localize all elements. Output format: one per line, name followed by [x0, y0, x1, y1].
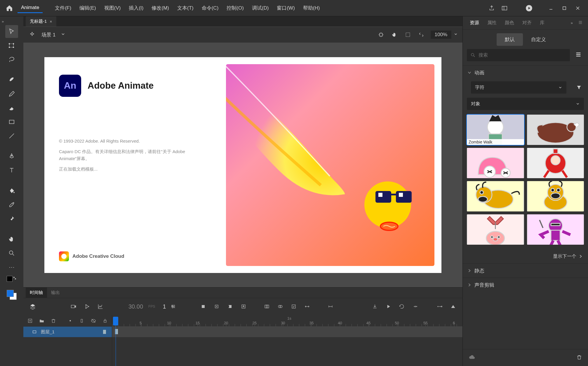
onion-skin-button[interactable] [263, 302, 271, 311]
panel-tab-3[interactable]: 对齐 [518, 17, 536, 29]
keyframe-insert-button[interactable] [199, 302, 207, 311]
panel-tab-4[interactable]: 库 [536, 17, 549, 29]
character-dropdown[interactable]: 字符 [471, 81, 566, 94]
list-view-icon[interactable] [573, 49, 584, 60]
asset-thumb[interactable]: Zombie Walk [467, 115, 524, 145]
menu-5[interactable]: 文本(T) [173, 5, 198, 11]
menu-2[interactable]: 视图(V) [100, 5, 125, 11]
asset-thumb[interactable] [467, 214, 524, 245]
hand-tool[interactable] [5, 233, 18, 246]
zoom-value[interactable]: 100% [431, 31, 451, 39]
frames-row[interactable] [112, 327, 462, 337]
layer-stack-icon[interactable] [29, 302, 37, 311]
frame-number[interactable]: 1 [163, 303, 166, 310]
swap-button[interactable] [303, 302, 311, 311]
chevron-down-icon[interactable] [454, 32, 458, 37]
loop-button[interactable] [398, 302, 406, 311]
delete-layer-button[interactable] [50, 317, 57, 325]
lock-icon[interactable] [102, 317, 108, 325]
document-tab[interactable]: 无标题-1 × [26, 16, 56, 27]
line-tool[interactable] [5, 129, 18, 142]
lasso-tool[interactable] [5, 53, 18, 66]
section-sound[interactable]: 声音剪辑 [463, 278, 588, 292]
section-static[interactable]: 静态 [463, 264, 588, 278]
cloud-download-icon[interactable] [469, 354, 475, 362]
highlight-icon[interactable]: • [67, 317, 74, 325]
stroke-color[interactable] [7, 276, 13, 282]
panel-menu-icon[interactable] [576, 20, 585, 26]
fps-value[interactable]: 30.00 [128, 303, 143, 310]
frame-insert-button[interactable] [226, 302, 234, 311]
search-box[interactable] [467, 49, 570, 61]
panel-tab-1[interactable]: 属性 [483, 17, 501, 29]
menu-6[interactable]: 命令(C) [198, 5, 223, 11]
workspace-icon[interactable] [498, 2, 511, 15]
visibility-icon[interactable] [90, 317, 97, 325]
graph-button[interactable] [96, 302, 105, 311]
asset-thumb[interactable] [527, 115, 584, 145]
asset-thumb[interactable] [527, 148, 584, 178]
eyedropper-tool[interactable] [5, 198, 18, 211]
parent-view-button[interactable] [83, 302, 91, 311]
sub-tab-custom[interactable]: 自定义 [523, 33, 554, 46]
clip-center-icon[interactable] [377, 31, 385, 39]
share-icon[interactable] [485, 2, 498, 15]
selection-tool[interactable] [5, 25, 18, 38]
zoom-tool[interactable] [5, 247, 18, 260]
hand-icon[interactable] [390, 31, 399, 39]
playhead[interactable] [113, 315, 118, 366]
eraser-tool[interactable] [5, 101, 18, 114]
rectangle-tool[interactable] [5, 115, 18, 128]
menu-10[interactable]: 帮助(H) [299, 5, 324, 11]
object-dropdown[interactable]: 对象 [467, 98, 584, 110]
asset-thumb[interactable] [467, 181, 524, 211]
camera-button[interactable] [69, 302, 78, 311]
color-swatch-main[interactable] [7, 276, 17, 286]
zoom-timeline[interactable] [449, 302, 457, 311]
pen-tool[interactable] [5, 150, 18, 163]
more-tools[interactable]: ⋯ [5, 261, 18, 274]
pencil-tool[interactable] [5, 87, 18, 100]
menu-7[interactable]: 控制(O) [222, 5, 248, 11]
trash-icon[interactable] [576, 354, 582, 361]
maximize-button[interactable] [558, 3, 571, 13]
minimize-button[interactable] [544, 3, 558, 13]
show-next-button[interactable]: 显示下一个 [463, 249, 588, 263]
foreground-color[interactable] [7, 290, 14, 297]
auto-keyframe-button[interactable] [239, 302, 248, 311]
scene-clip-icon[interactable] [28, 31, 36, 39]
menu-8[interactable]: 调试(D) [248, 5, 273, 11]
play-button[interactable] [384, 302, 392, 311]
timeline-track[interactable]: 1s 5101520253035404550556 [112, 315, 462, 366]
search-input[interactable] [479, 52, 566, 58]
export-button[interactable] [371, 302, 379, 311]
text-tool[interactable] [5, 164, 18, 177]
outline-icon[interactable] [79, 317, 85, 325]
rotate-stage-icon[interactable] [417, 31, 425, 39]
sub-tab-default[interactable]: 默认 [497, 33, 523, 46]
asset-thumb[interactable] [527, 181, 584, 211]
menu-0[interactable]: 文件(F) [51, 5, 75, 11]
chevron-down-icon[interactable] [61, 32, 65, 38]
play-preview-icon[interactable] [523, 2, 535, 15]
asset-thumb[interactable] [467, 148, 524, 178]
layer-row[interactable]: 图层_1 [23, 327, 112, 337]
free-transform-tool[interactable] [5, 39, 18, 52]
brush-tool[interactable] [5, 73, 18, 86]
new-layer-button[interactable] [27, 317, 33, 325]
home-button[interactable] [4, 2, 15, 14]
menu-3[interactable]: 插入(I) [125, 5, 147, 11]
tab-timeline[interactable]: 时间轴 [26, 288, 47, 298]
new-folder-button[interactable] [39, 317, 45, 325]
menu-4[interactable]: 修改(M) [147, 5, 173, 11]
panel-tab-0[interactable]: 资源 [466, 17, 483, 29]
menu-1[interactable]: 编辑(E) [75, 5, 100, 11]
bucket-tool[interactable] [5, 184, 18, 197]
tab-output[interactable]: 输出 [47, 288, 64, 298]
clip-mask-icon[interactable] [404, 31, 412, 39]
panel-tab-2[interactable]: 颜色 [501, 17, 518, 29]
marker-button[interactable] [290, 302, 298, 311]
section-animation[interactable]: 动画 [463, 66, 588, 80]
blank-keyframe-button[interactable] [213, 302, 221, 311]
skip-button[interactable] [411, 302, 419, 311]
